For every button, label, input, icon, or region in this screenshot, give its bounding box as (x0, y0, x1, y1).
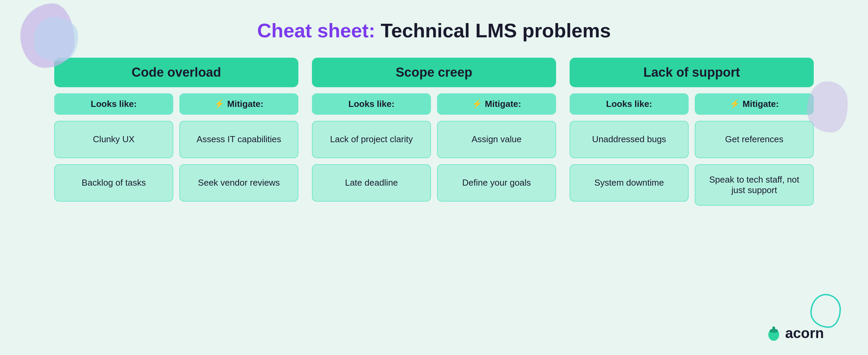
title-normal: Technical LMS problems (381, 19, 611, 41)
acorn-brand-text: acorn (785, 325, 824, 341)
looks-like-header-scope-creep: Looks like: (312, 93, 431, 115)
mitigate-card-lack-of-support-1: Speak to tech staff, not just support (695, 164, 814, 206)
decorative-blob-4 (810, 294, 841, 328)
looks-like-cards-lack-of-support: Unaddressed bugsSystem downtime (570, 121, 689, 206)
mitigate-header-scope-creep: ⚡Mitigate: (437, 93, 556, 115)
looks-like-card-lack-of-support-1: System downtime (570, 164, 689, 202)
mitigate-card-code-overload-1: Seek vendor reviews (179, 164, 298, 202)
page-title: Cheat sheet: Technical LMS problems (0, 0, 868, 58)
mitigate-card-code-overload-0: Assess IT capabilities (179, 121, 298, 158)
looks-like-cards-code-overload: Clunky UXBacklog of tasks (54, 121, 173, 202)
lightning-icon: ⚡ (472, 99, 482, 109)
column-lack-of-support: Lack of supportLooks like:⚡Mitigate:Unad… (570, 58, 814, 206)
mitigate-cards-code-overload: Assess IT capabilitiesSeek vendor review… (179, 121, 298, 202)
mitigate-header-code-overload: ⚡Mitigate: (179, 93, 298, 115)
title-highlight: Cheat sheet: (257, 19, 375, 41)
looks-like-header-code-overload: Looks like: (54, 93, 173, 115)
lightning-icon: ⚡ (214, 99, 224, 109)
decorative-blob-2 (34, 17, 78, 61)
sub-headers-scope-creep: Looks like:⚡Mitigate: (312, 93, 556, 115)
looks-like-card-code-overload-0: Clunky UX (54, 121, 173, 158)
sub-headers-lack-of-support: Looks like:⚡Mitigate: (570, 93, 814, 115)
looks-like-card-code-overload-1: Backlog of tasks (54, 164, 173, 202)
svg-rect-2 (772, 326, 775, 330)
column-header-scope-creep: Scope creep (312, 58, 556, 87)
lightning-icon: ⚡ (730, 99, 740, 109)
decorative-blob-3 (807, 81, 848, 132)
column-header-lack-of-support: Lack of support (570, 58, 814, 87)
column-header-code-overload: Code overload (54, 58, 298, 87)
mitigate-cards-lack-of-support: Get referencesSpeak to tech staff, not j… (695, 121, 814, 206)
looks-like-card-scope-creep-1: Late deadline (312, 164, 431, 202)
column-scope-creep: Scope creepLooks like:⚡Mitigate:Lack of … (312, 58, 556, 206)
cards-row-scope-creep: Lack of project clarityLate deadlineAssi… (312, 121, 556, 202)
acorn-logo: acorn (766, 324, 824, 342)
looks-like-card-scope-creep-0: Lack of project clarity (312, 121, 431, 158)
mitigate-header-lack-of-support: ⚡Mitigate: (695, 93, 814, 115)
looks-like-header-lack-of-support: Looks like: (570, 93, 689, 115)
column-code-overload: Code overloadLooks like:⚡Mitigate:Clunky… (54, 58, 298, 206)
mitigate-card-lack-of-support-0: Get references (695, 121, 814, 158)
looks-like-card-lack-of-support-0: Unaddressed bugs (570, 121, 689, 158)
mitigate-card-scope-creep-1: Define your goals (437, 164, 556, 202)
sub-headers-code-overload: Looks like:⚡Mitigate: (54, 93, 298, 115)
acorn-icon (766, 324, 781, 342)
mitigate-card-scope-creep-0: Assign value (437, 121, 556, 158)
cards-row-code-overload: Clunky UXBacklog of tasksAssess IT capab… (54, 121, 298, 202)
mitigate-cards-scope-creep: Assign valueDefine your goals (437, 121, 556, 202)
cards-row-lack-of-support: Unaddressed bugsSystem downtimeGet refer… (570, 121, 814, 206)
columns-container: Code overloadLooks like:⚡Mitigate:Clunky… (0, 58, 868, 206)
looks-like-cards-scope-creep: Lack of project clarityLate deadline (312, 121, 431, 202)
